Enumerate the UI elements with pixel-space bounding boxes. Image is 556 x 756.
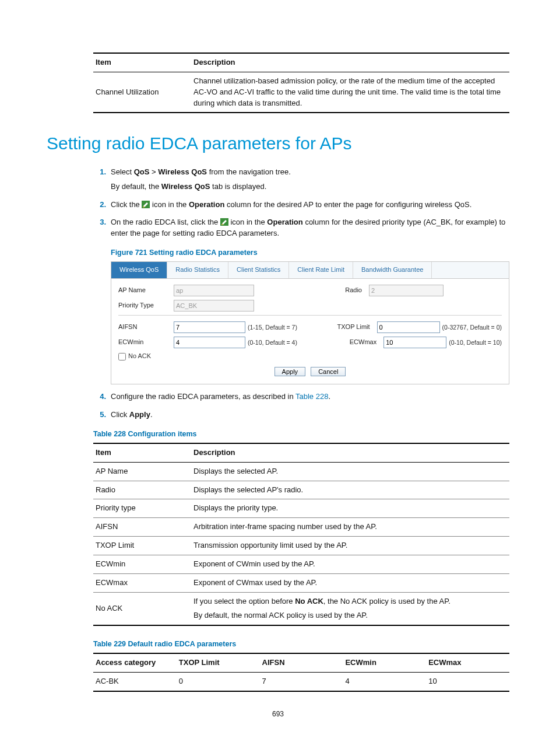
step-number: 2. (93, 200, 106, 211)
text: Apply (129, 410, 150, 419)
label-ecwmax: ECWmax (323, 338, 383, 347)
figure-tabs: Wireless QoS Radio Statistics Client Sta… (111, 262, 509, 279)
priority-type-field (174, 300, 254, 312)
step-text: On the radio EDCA list, click the icon i… (111, 218, 505, 237)
label-txop: TXOP Limit (316, 323, 377, 332)
text: tab is displayed. (210, 182, 266, 191)
table-229: Access category TXOP Limit AIFSN ECWmin … (93, 653, 509, 692)
cell-desc: Displays the priority type. (191, 499, 509, 518)
link-table-228[interactable]: Table 228 (295, 392, 328, 401)
label-ap-name: AP Name (118, 286, 174, 295)
step-1: 1. Select QoS > Wireless QoS from the na… (93, 167, 509, 192)
hint-ecwmax: (0-10, Default = 10) (449, 338, 502, 347)
th-txop-limit: TXOP Limit (177, 653, 260, 672)
th-aifsn: AIFSN (260, 653, 343, 672)
text: Select (111, 167, 134, 176)
step-5: 5. Click Apply. (93, 410, 509, 421)
edit-icon (142, 201, 150, 208)
table-row: ECWmaxExponent of CWmax used by the AP. (93, 573, 509, 592)
tab-bandwidth-guarantee[interactable]: Bandwidth Guarantee (353, 262, 432, 278)
tab-client-rate-limit[interactable]: Client Rate Limit (289, 262, 353, 278)
tab-wireless-qos[interactable]: Wireless QoS (111, 262, 167, 278)
text: On the radio EDCA list, click the (111, 218, 220, 226)
tab-client-statistics[interactable]: Client Statistics (228, 262, 289, 278)
cell-desc: Arbitration inter-frame spacing number u… (191, 518, 509, 537)
table-row: Channel Utilization Channel utilization-… (93, 72, 509, 113)
text: > (149, 167, 158, 176)
svg-rect-1 (143, 206, 145, 208)
text: No ACK (295, 597, 323, 606)
hint-txop: (0-32767, Default = 0) (442, 323, 502, 332)
th-ecwmin: ECWmin (343, 653, 426, 672)
table-row: No ACK If you select the option before N… (93, 592, 509, 625)
label-aifsn: AIFSN (118, 323, 174, 332)
cell-item: Radio (93, 481, 191, 499)
text: Click the (111, 200, 142, 209)
cell-item: AIFSN (93, 518, 191, 537)
cell-item: Priority type (93, 499, 191, 518)
th-desc: Description (191, 53, 509, 72)
table-229-caption: Table 229 Default radio EDCA parameters (93, 639, 509, 649)
apply-button[interactable]: Apply (275, 367, 306, 376)
cell-item: ECWmin (93, 555, 191, 573)
ecwmin-input[interactable] (174, 337, 245, 348)
cell-item: AP Name (93, 462, 191, 481)
label-priority-type: Priority Type (118, 301, 174, 310)
no-ack-checkbox[interactable] (118, 353, 126, 360)
txop-limit-input[interactable] (377, 321, 440, 333)
step-list: 1. Select QoS > Wireless QoS from the na… (93, 167, 509, 421)
text: By default, the (111, 182, 161, 191)
text: icon in the (228, 218, 268, 226)
cell-item: No ACK (93, 592, 191, 625)
th-access-category: Access category (93, 653, 177, 672)
text: Configure the radio EDCA parameters, as … (111, 392, 295, 401)
step-4: 4. Configure the radio EDCA parameters, … (93, 391, 509, 402)
tab-radio-statistics[interactable]: Radio Statistics (167, 262, 228, 278)
th-item: Item (93, 53, 191, 72)
cell-desc: Transmission opportunity limit used by t… (191, 537, 509, 555)
aifsn-input[interactable] (174, 321, 245, 333)
text: . (150, 410, 153, 419)
table-row: AIFSNArbitration inter-frame spacing num… (93, 518, 509, 537)
step-text: Click Apply. (111, 410, 153, 419)
step-3: 3. On the radio EDCA list, click the ico… (93, 217, 509, 384)
page-number: 693 (47, 709, 509, 719)
table-228: Item Description AP NameDisplays the sel… (93, 443, 509, 626)
nav-qos: QoS (134, 167, 150, 176)
hint-aifsn: (1-15, Default = 7) (248, 323, 297, 332)
th-item: Item (93, 443, 191, 462)
radio-field (369, 285, 444, 296)
text: Operation (189, 200, 224, 209)
step-number: 5. (93, 410, 106, 421)
table-row: TXOP LimitTransmission opportunity limit… (93, 537, 509, 555)
table-row: ECWminExponent of CWmin used by the AP. (93, 555, 509, 573)
figure-caption: Figure 721 Setting radio EDCA parameters (111, 247, 509, 258)
cell: 7 (260, 673, 343, 691)
hint-ecwmin: (0-10, Default = 4) (248, 338, 297, 347)
text: column for the desired AP to enter the p… (224, 200, 471, 209)
cell: 10 (426, 673, 509, 691)
ap-name-field (174, 285, 254, 296)
step-2: 2. Click the icon in the Operation colum… (93, 200, 509, 211)
step-text: Click the icon in the Operation column f… (111, 200, 471, 209)
cell-item: Channel Utilization (93, 72, 191, 113)
cell-item: ECWmax (93, 573, 191, 592)
cell-desc: Channel utilization-based admission poli… (191, 72, 509, 113)
text: If you select the option before (193, 597, 295, 606)
table-row: RadioDisplays the selected AP's radio. (93, 481, 509, 499)
cell-desc: Exponent of CWmax used by the AP. (191, 573, 509, 592)
cancel-button[interactable]: Cancel (311, 367, 346, 376)
cell: 4 (343, 673, 426, 691)
table-row: Priority typeDisplays the priority type. (93, 499, 509, 518)
th-ecwmax: ECWmax (426, 653, 509, 672)
step-text: Configure the radio EDCA parameters, as … (111, 392, 330, 401)
cell-desc: Displays the selected AP's radio. (191, 481, 509, 499)
table-228-caption: Table 228 Configuration items (93, 429, 509, 439)
ecwmax-input[interactable] (383, 337, 446, 348)
cell-desc: Displays the selected AP. (191, 462, 509, 481)
channel-utilization-table: Item Description Channel Utilization Cha… (93, 52, 509, 113)
text: By default, the normal ACK policy is use… (193, 610, 507, 621)
text: from the navigation tree. (207, 167, 291, 176)
text: . (328, 392, 330, 401)
edit-icon (220, 218, 228, 226)
